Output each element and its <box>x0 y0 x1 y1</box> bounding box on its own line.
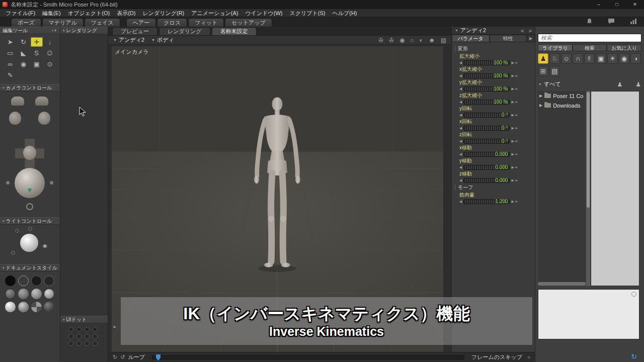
dial-menu-icon[interactable]: ▸ <box>516 139 518 143</box>
left-hand-camera-icon[interactable] <box>11 97 24 106</box>
menu-item[interactable]: ウインドウ(W) <box>242 9 286 17</box>
detail-toggle-icon[interactable] <box>631 292 636 297</box>
rotate-tool-icon[interactable]: ↻ <box>17 37 29 47</box>
flat-lined-style-icon[interactable] <box>5 289 16 299</box>
parameter-dial[interactable]: 0 ° <box>463 139 510 144</box>
materials-category-icon[interactable]: ◑ <box>630 53 641 64</box>
ui-dot[interactable] <box>93 334 98 339</box>
right-hand-camera-icon[interactable] <box>35 97 48 106</box>
chat-icon[interactable] <box>608 18 615 25</box>
translate-inout-tool-icon[interactable]: ↓ <box>44 37 56 47</box>
parameter-dial[interactable]: 100 % <box>463 73 510 78</box>
panel-menu-icon[interactable]: ▪▾ <box>52 28 57 33</box>
magnifier-tool-icon[interactable]: ⊙ <box>44 59 56 69</box>
parameter-dial[interactable]: 100 % <box>463 60 510 65</box>
flat-shaded-style-icon[interactable] <box>18 289 29 299</box>
dial-menu-icon[interactable]: ▸ <box>516 73 518 78</box>
light-handle-2[interactable] <box>28 227 32 231</box>
timeline-track[interactable] <box>152 355 464 359</box>
menu-item[interactable]: オブジェクト(O) <box>64 9 113 17</box>
dial-decrement-icon[interactable]: ◀ <box>459 152 462 156</box>
parameter-dial[interactable]: 0.000 <box>463 178 510 183</box>
library-tab-2[interactable]: 検索 <box>573 44 607 51</box>
smooth-shaded-style-icon[interactable] <box>5 302 16 312</box>
dial-decrement-icon[interactable]: ◀ <box>459 178 462 183</box>
color-tool-icon[interactable]: ◉ <box>17 59 29 69</box>
morph-tool-icon[interactable]: ✎ <box>4 70 16 80</box>
ui-dot[interactable] <box>68 327 73 332</box>
collapse-icon[interactable]: ▾ <box>3 219 5 223</box>
dial-menu-icon[interactable]: ▸ <box>516 165 518 169</box>
chain-break-tool-icon[interactable]: ∅ <box>44 48 56 58</box>
loop-icon[interactable]: ↻ <box>113 354 117 360</box>
expand-icon[interactable]: ▶ <box>539 103 542 108</box>
library-tab-1[interactable]: ライブラリ <box>538 44 573 51</box>
library-search-input[interactable]: 検索 <box>538 34 641 42</box>
bell-icon[interactable] <box>586 18 593 25</box>
hair-category-icon[interactable]: ∩ <box>573 53 583 64</box>
light-controls-header[interactable]: ▾ ライトコントロール <box>0 217 60 225</box>
parameter-dial[interactable]: 0.000 <box>463 152 510 157</box>
dial-increment-icon[interactable]: ▶ <box>511 200 514 204</box>
tab-overflow-icon[interactable]: ▶ <box>527 35 535 42</box>
actor-dropdown[interactable]: ▼ ボディ <box>151 36 174 44</box>
select-tool-icon[interactable]: ➤ <box>4 37 16 47</box>
dial-increment-icon[interactable]: ▶ <box>511 152 514 156</box>
library-detail-area[interactable] <box>538 289 639 339</box>
camera-controls-header[interactable]: ▾ カメラコントロール <box>0 84 60 92</box>
dial-decrement-icon[interactable]: ◀ <box>459 165 462 169</box>
dial-menu-icon[interactable]: ▸ <box>516 86 518 91</box>
close-button[interactable]: ✕ <box>626 0 644 9</box>
rendering-panel-header[interactable]: ▾ レンダリング <box>60 27 108 34</box>
add-to-scene-icon[interactable]: ♟ <box>617 81 622 88</box>
ui-dot[interactable] <box>85 327 90 332</box>
ui-dot[interactable] <box>85 341 90 346</box>
dial-decrement-icon[interactable]: ◀ <box>459 113 462 117</box>
dial-increment-icon[interactable]: ▶ <box>511 100 514 104</box>
parameter-dial[interactable]: 1.200 <box>463 199 510 204</box>
chart-icon[interactable] <box>630 18 637 25</box>
dial-menu-icon[interactable]: ▸ <box>516 100 518 104</box>
dial-decrement-icon[interactable]: ◀ <box>459 74 462 78</box>
dial-decrement-icon[interactable]: ◀ <box>459 139 462 143</box>
library-tab-3[interactable]: お気に入り <box>607 44 641 51</box>
dial-menu-icon[interactable]: ▸ <box>516 199 518 204</box>
dial-decrement-icon[interactable]: ◀ <box>459 200 462 204</box>
parameters-tab-1[interactable]: パラメータ <box>452 35 490 42</box>
collapse-icon[interactable]: ▾ <box>3 266 5 270</box>
figure-dropdown[interactable]: ▼ アンディ2 <box>113 36 144 44</box>
light-sphere-control[interactable] <box>20 234 38 252</box>
cameras-category-icon[interactable]: ◉ <box>619 53 629 64</box>
ui-dot[interactable] <box>76 327 82 332</box>
room-tab-7[interactable]: セットアップ <box>225 18 272 27</box>
room-tab-3[interactable]: フェイス <box>85 18 120 27</box>
ui-dot[interactable] <box>76 334 82 339</box>
viewport-tab-2[interactable]: レンダリング <box>159 27 210 35</box>
menu-item[interactable]: アニメーション(A) <box>188 9 242 17</box>
light-handle-3[interactable] <box>11 251 15 255</box>
library-preview-area[interactable] <box>591 91 639 286</box>
camera-dot-left[interactable] <box>6 181 10 185</box>
room-tab-1[interactable]: ポーズ <box>11 18 41 27</box>
room-tab-6[interactable]: フィット <box>188 18 224 27</box>
render-camera-icon[interactable]: ✇ <box>389 37 394 44</box>
ui-dot[interactable] <box>93 341 98 346</box>
expression-category-icon[interactable]: ☺ <box>561 53 572 64</box>
maximize-button[interactable]: □ <box>608 0 626 9</box>
swap-figure-icon[interactable]: ♟ <box>635 81 641 88</box>
expand-icon[interactable]: ▶ <box>539 94 542 98</box>
camera-select-button[interactable] <box>26 203 33 210</box>
scroll-up-icon[interactable]: ▲ <box>112 324 117 329</box>
parameter-dial[interactable]: 0.000 <box>463 165 510 170</box>
hierarchy-icon[interactable]: ▤ <box>441 37 446 44</box>
menu-item[interactable]: レンダリング(R) <box>139 9 188 17</box>
dial-menu-icon[interactable]: ▸ <box>516 178 518 183</box>
hidden-line-style-icon[interactable] <box>44 276 54 286</box>
frame-skip-toggle[interactable]: ○ <box>527 354 530 360</box>
parameter-dial[interactable]: 0 ° <box>463 113 510 118</box>
wireframe-style-icon[interactable] <box>31 276 42 286</box>
collapse-icon[interactable]: ▾ <box>63 318 65 322</box>
prev-actor-button[interactable]: < <box>521 28 524 34</box>
dial-increment-icon[interactable]: ▶ <box>511 74 514 78</box>
light-handle-1[interactable] <box>15 229 19 233</box>
